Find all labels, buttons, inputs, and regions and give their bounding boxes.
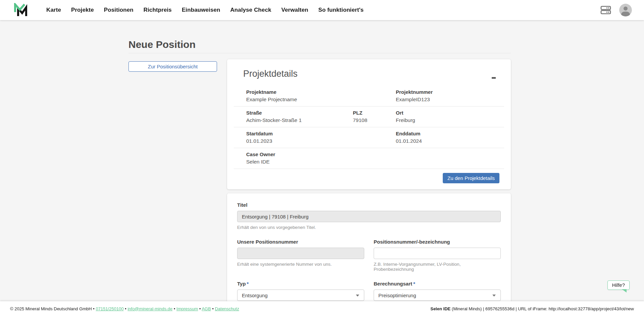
footer-copyright: © 2025 Mineral Minds Deutschland GmbH <box>10 306 92 311</box>
chevron-down-icon <box>492 295 496 297</box>
position-number-helper: Z.B. Interne-Vorgangsnummer, LV-Position… <box>374 262 501 272</box>
footer-session-details: (Mineral Minds) | 69576255536d | URL of … <box>450 306 634 311</box>
right-column: Projektdetails Projektname Example Proje… <box>227 59 511 316</box>
help-button[interactable]: Hilfe? <box>607 280 630 290</box>
nav-item-karte[interactable]: Karte <box>46 7 61 13</box>
footer-separator: • <box>211 306 215 311</box>
titel-helper: Erhält den von uns vorgegebenen Titel. <box>237 225 501 230</box>
position-number-group: Positionsnummer/-bezeichnung Z.B. Intern… <box>374 239 501 272</box>
footer-link-impressum[interactable]: Impressum <box>176 306 198 311</box>
footer-link-datenschutz[interactable]: Datenschutz <box>215 306 239 311</box>
field-ort: Ort Freiburg <box>396 110 504 124</box>
nav-item-positionen[interactable]: Positionen <box>104 7 133 13</box>
field-case-owner: Case Owner Selen IDE <box>246 151 504 165</box>
footer-links: • 07151/250100 • info@mineral-minds.de •… <box>92 306 239 311</box>
position-number-label: Positionsnummer/-bezeichnung <box>374 239 501 245</box>
page-content: Neue Position Zur Positionsübersicht Pro… <box>128 20 511 316</box>
footer-link-agb[interactable]: AGB <box>202 306 211 311</box>
footer-separator: • <box>198 306 202 311</box>
our-position-number-helper: Erhält eine systemgenerierte Nummer von … <box>237 262 364 267</box>
nav-item-einbauweisen[interactable]: Einbauweisen <box>182 7 220 13</box>
footer-link-07151-250100[interactable]: 07151/250100 <box>96 306 123 311</box>
required-marker: * <box>247 281 249 287</box>
berechnungsart-select[interactable]: Preisoptimierung <box>374 290 501 301</box>
our-position-number-input <box>237 248 364 259</box>
table-row: Case Owner Selen IDE <box>234 148 504 169</box>
our-position-number-label: Unsere Positionsnummer <box>237 239 364 245</box>
account-avatar-icon[interactable] <box>619 4 632 16</box>
typ-label: Typ* <box>237 281 364 287</box>
footer-left: © 2025 Mineral Minds Deutschland GmbH • … <box>10 306 239 311</box>
table-row: Projektname Example Projectname Projektn… <box>234 86 504 107</box>
required-marker: * <box>413 281 415 287</box>
project-details-title: Projektdetails <box>243 69 511 79</box>
position-number-input[interactable] <box>374 248 501 259</box>
field-strasse: Straße Achim-Stocker-Straße 1 <box>246 110 353 124</box>
footer-separator: • <box>92 306 96 311</box>
titel-input <box>237 211 501 222</box>
minus-icon <box>492 77 496 79</box>
field-plz: PLZ 79108 <box>353 110 396 124</box>
mineral-minds-logo-icon[interactable] <box>13 3 29 17</box>
nav-item-richtpreis[interactable]: Richtpreis <box>144 7 172 13</box>
field-startdatum: Startdatum 01.01.2023 <box>246 130 396 144</box>
new-position-form-card: Titel Erhält den von uns vorgegebenen Ti… <box>227 193 511 316</box>
footer-link-info-mineral-minds-de[interactable]: info@mineral-minds.de <box>127 306 172 311</box>
nav-item-so-funktioniert-s[interactable]: So funktioniert's <box>318 7 364 13</box>
project-details-card: Projektdetails Projektname Example Proje… <box>227 59 511 189</box>
titel-label: Titel <box>237 202 501 208</box>
titel-field-group: Titel Erhält den von uns vorgegebenen Ti… <box>237 202 501 230</box>
project-details-table: Projektname Example Projectname Projektn… <box>234 86 504 169</box>
footer-session-info: Selen IDE (Mineral Minds) | 69576255536d… <box>430 306 634 311</box>
footer-separator: • <box>124 306 128 311</box>
collapse-icon[interactable] <box>491 75 497 81</box>
navbar-right <box>600 4 632 16</box>
table-row: Straße Achim-Stocker-Straße 1 PLZ 79108 … <box>234 107 504 127</box>
chevron-down-icon <box>356 295 359 297</box>
title-divider <box>128 53 511 53</box>
footer-user-name: Selen IDE <box>430 306 450 311</box>
field-enddatum: Enddatum 01.01.2024 <box>396 130 504 144</box>
footer-separator: • <box>172 306 176 311</box>
berechnungsart-label: Berechnungsart* <box>374 281 501 287</box>
server-icon[interactable] <box>600 5 611 15</box>
left-column: Zur Positionsübersicht <box>128 59 217 72</box>
nav-item-verwalten[interactable]: Verwalten <box>281 7 308 13</box>
page-footer: © 2025 Mineral Minds Deutschland GmbH • … <box>0 301 644 316</box>
typ-select[interactable]: Entsorgung <box>237 290 364 301</box>
page-title: Neue Position <box>128 39 511 50</box>
project-details-actions: Zu den Projektdetails <box>227 169 511 183</box>
field-projektnummer: Projektnummer ExampleID123 <box>396 89 504 103</box>
back-to-positions-button[interactable]: Zur Positionsübersicht <box>128 61 217 72</box>
field-projektname: Projektname Example Projectname <box>246 89 396 103</box>
top-navbar: KarteProjektePositionenRichtpreisEinbauw… <box>0 0 644 20</box>
table-row: Startdatum 01.01.2023 Enddatum 01.01.202… <box>234 127 504 148</box>
speech-bubble-tail-icon <box>622 289 627 293</box>
nav-item-analyse-check[interactable]: Analyse Check <box>230 7 271 13</box>
nav-item-projekte[interactable]: Projekte <box>71 7 94 13</box>
main-nav: KarteProjektePositionenRichtpreisEinbauw… <box>46 7 364 13</box>
go-to-project-details-button[interactable]: Zu den Projektdetails <box>443 173 499 183</box>
our-position-number-group: Unsere Positionsnummer Erhält eine syste… <box>237 239 364 272</box>
